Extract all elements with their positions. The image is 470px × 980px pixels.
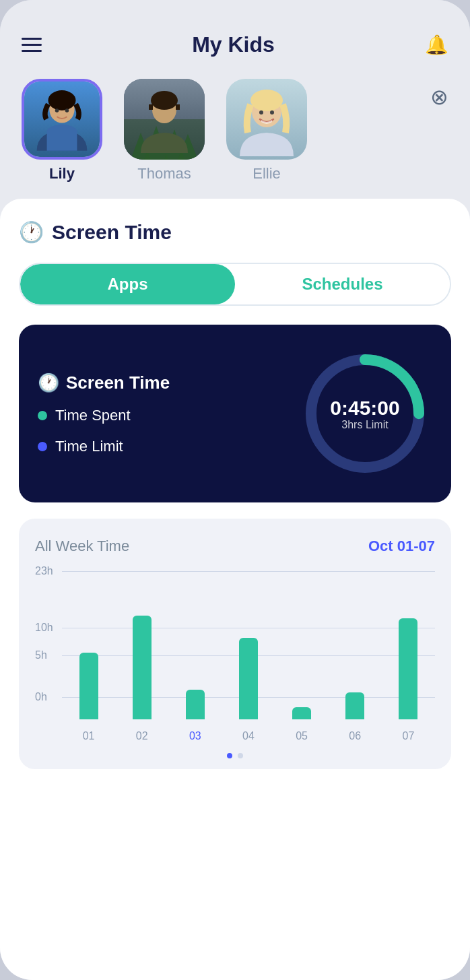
- page-dots: [35, 753, 435, 758]
- circular-chart: 0:45:00 3hrs Limit: [298, 346, 432, 481]
- bar-01: [79, 653, 98, 719]
- svg-point-10: [151, 91, 178, 110]
- bar-value-07: [399, 618, 417, 719]
- ellie-avatar: [226, 79, 307, 160]
- svg-point-14: [259, 110, 263, 115]
- tab-schedules[interactable]: Schedules: [235, 264, 450, 304]
- menu-button[interactable]: [22, 38, 42, 52]
- day-label-04: 04: [239, 730, 258, 742]
- card-title: 🕐 Screen Time: [38, 372, 170, 393]
- kid-lily[interactable]: Lily: [22, 79, 102, 183]
- bar-value-06: [345, 692, 364, 719]
- week-header: All Week Time Oct 01-07: [35, 537, 435, 555]
- bar-05: [292, 707, 311, 719]
- page-title: My Kids: [192, 32, 275, 57]
- svg-point-5: [65, 108, 69, 112]
- bar-07: [399, 618, 417, 719]
- notification-bell-icon[interactable]: 🔔: [425, 34, 448, 56]
- bar-value-05: [292, 707, 311, 719]
- svg-point-3: [48, 90, 75, 110]
- ellie-name: Ellie: [253, 165, 281, 183]
- grid-label-5h: 5h: [35, 649, 47, 661]
- day-label-05: 05: [292, 730, 311, 742]
- bar-chart: 23h 10h 5h 0h: [35, 571, 435, 742]
- header: My Kids 🔔: [0, 0, 470, 68]
- tab-apps[interactable]: Apps: [20, 264, 235, 304]
- bar-04: [239, 638, 258, 719]
- day-label-01: 01: [79, 730, 98, 742]
- close-button[interactable]: ⊗: [430, 84, 448, 110]
- dot-1: [227, 753, 232, 758]
- chart-grid: 23h 10h 5h 0h: [35, 571, 435, 719]
- kid-thomas[interactable]: Thomas: [124, 79, 205, 183]
- day-label-03: 03: [186, 730, 205, 742]
- lily-name: Lily: [49, 165, 75, 183]
- day-label-02: 02: [133, 730, 152, 742]
- circle-center: 0:45:00 3hrs Limit: [330, 397, 399, 431]
- grid-label-10h: 10h: [35, 622, 53, 634]
- svg-point-4: [55, 108, 59, 112]
- time-display: 0:45:00: [330, 397, 399, 419]
- kid-ellie[interactable]: Ellie: [226, 79, 307, 183]
- bar-06: [345, 692, 364, 719]
- clock-icon: 🕐: [19, 220, 44, 244]
- thomas-name: Thomas: [137, 165, 191, 183]
- bars-container: [62, 571, 435, 719]
- grid-label-23h: 23h: [35, 565, 53, 577]
- dot-2: [238, 753, 243, 758]
- bar-value-02: [133, 616, 152, 719]
- blue-dot: [38, 442, 47, 451]
- screen-time-card: 🕐 Screen Time Time Spent Time Limit: [19, 325, 451, 502]
- bar-03: [186, 690, 205, 719]
- lily-avatar: [22, 79, 102, 160]
- phone-frame: My Kids 🔔: [0, 0, 470, 980]
- legend-time-spent: Time Spent: [38, 407, 170, 424]
- bar-value-03: [186, 690, 205, 719]
- week-chart-card: All Week Time Oct 01-07 23h 10h 5h 0h: [19, 519, 451, 769]
- section-title: Screen Time: [52, 221, 172, 244]
- week-title: All Week Time: [35, 537, 129, 555]
- green-dot: [38, 411, 47, 420]
- svg-point-15: [270, 110, 274, 115]
- bar-value-01: [79, 653, 98, 719]
- tab-bar: Apps Schedules: [19, 263, 451, 306]
- day-label-07: 07: [399, 730, 417, 742]
- thomas-avatar: [124, 79, 205, 160]
- card-left: 🕐 Screen Time Time Spent Time Limit: [38, 372, 170, 455]
- bar-value-04: [239, 638, 258, 719]
- main-content: 🕐 Screen Time Apps Schedules 🕐 Screen Ti…: [0, 199, 470, 980]
- section-heading: 🕐 Screen Time: [19, 220, 451, 244]
- day-label-06: 06: [345, 730, 364, 742]
- week-date-range: Oct 01-07: [368, 537, 435, 555]
- bar-02: [133, 616, 152, 719]
- kids-section: Lily: [0, 68, 470, 199]
- chart-day-labels: 01 02 03 04 05 06 07: [35, 730, 435, 742]
- time-limit-label: 3hrs Limit: [330, 419, 399, 431]
- card-clock-icon: 🕐: [38, 372, 59, 393]
- legend-time-limit: Time Limit: [38, 438, 170, 455]
- grid-label-0h: 0h: [35, 691, 47, 703]
- svg-point-13: [250, 90, 283, 111]
